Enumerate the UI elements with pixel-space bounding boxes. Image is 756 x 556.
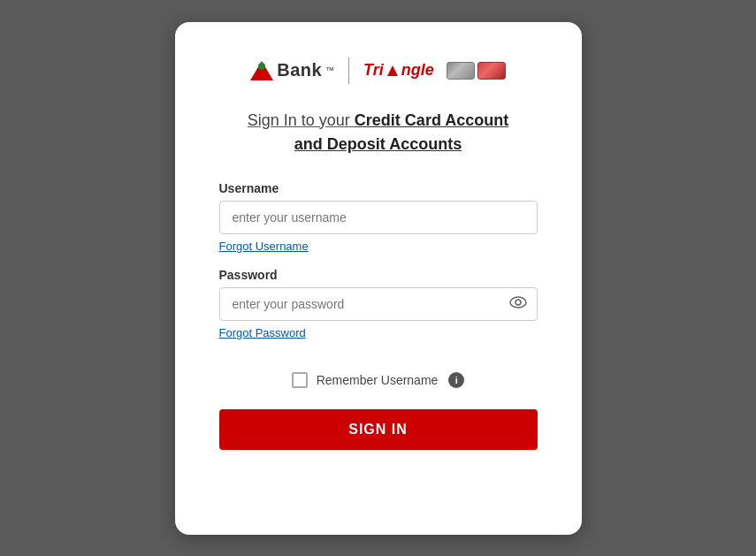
triangle-text-ngle: ngle <box>401 61 434 80</box>
username-label: Username <box>219 181 538 195</box>
svg-marker-2 <box>387 65 398 76</box>
triangle-shape-icon <box>386 65 399 77</box>
bank-name-text: Bank <box>277 60 322 80</box>
remember-username-row: Remember Username i <box>292 372 465 388</box>
username-input-wrapper <box>219 201 538 234</box>
login-card: Bank™ Tri ngle Sign In to your Credit Ca… <box>175 22 582 535</box>
show-password-icon[interactable] <box>509 296 527 312</box>
svg-point-1 <box>258 63 265 70</box>
forgot-password-link[interactable]: Forgot Password <box>219 326 306 339</box>
username-input[interactable] <box>219 201 538 234</box>
card-image-1 <box>447 62 475 80</box>
heading-line2-text: and Deposit Accounts <box>294 135 462 153</box>
remember-username-checkbox[interactable] <box>292 372 308 388</box>
forgot-username-link[interactable]: Forgot Username <box>219 240 309 253</box>
bank-logo: Bank™ <box>250 60 334 80</box>
card-image-2 <box>477 62 506 80</box>
heading-normal-text: Sign In to your <box>248 111 355 129</box>
password-label: Password <box>219 268 538 282</box>
password-group: Password Forgot Password <box>219 268 538 340</box>
logo-area: Bank™ Tri ngle <box>250 57 506 84</box>
username-group: Username Forgot Username <box>219 181 538 254</box>
svg-point-3 <box>510 297 526 308</box>
triangle-logo: Tri ngle <box>363 61 434 80</box>
heading-bold-text: Credit Card Account <box>355 111 508 129</box>
password-input[interactable] <box>219 287 538 321</box>
password-input-wrapper <box>219 287 538 321</box>
logo-divider <box>348 57 349 84</box>
sign-in-button[interactable]: SIGN IN <box>219 409 538 450</box>
bank-triangle-icon <box>250 61 273 80</box>
page-heading: Sign In to your Credit Card Account and … <box>248 109 508 156</box>
bank-sup: ™ <box>325 65 334 75</box>
triangle-text-tr: Tri <box>363 61 384 80</box>
credit-card-images <box>447 62 506 80</box>
remember-info-icon[interactable]: i <box>448 372 464 388</box>
svg-point-4 <box>515 300 521 305</box>
remember-username-label: Remember Username <box>317 373 439 387</box>
